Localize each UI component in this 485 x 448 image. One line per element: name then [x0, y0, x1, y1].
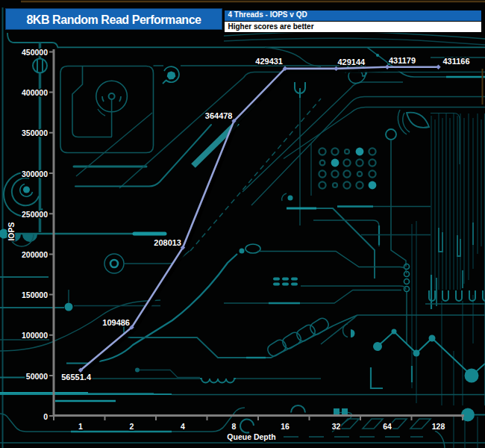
svg-text:250000: 250000 — [22, 210, 48, 219]
svg-text:16: 16 — [281, 422, 290, 431]
svg-text:109486: 109486 — [102, 318, 130, 327]
svg-text:431179: 431179 — [389, 56, 416, 65]
svg-text:350000: 350000 — [22, 128, 48, 137]
svg-text:429431: 429431 — [255, 57, 283, 66]
svg-text:400000: 400000 — [22, 88, 48, 97]
svg-text:364478: 364478 — [205, 111, 233, 120]
svg-text:431166: 431166 — [443, 57, 470, 66]
svg-text:300000: 300000 — [22, 169, 48, 178]
svg-text:50000: 50000 — [26, 372, 48, 381]
svg-text:64: 64 — [383, 422, 392, 431]
svg-text:8: 8 — [232, 422, 237, 431]
svg-text:56551.4: 56551.4 — [61, 373, 92, 382]
svg-text:Queue Depth: Queue Depth — [227, 432, 275, 441]
svg-text:100000: 100000 — [22, 331, 48, 340]
svg-text:128: 128 — [432, 422, 445, 431]
svg-text:32: 32 — [332, 422, 341, 431]
svg-text:2: 2 — [130, 422, 134, 431]
svg-text:200000: 200000 — [22, 250, 48, 259]
svg-text:208013: 208013 — [154, 238, 181, 247]
svg-text:450000: 450000 — [22, 48, 48, 57]
svg-text:0: 0 — [43, 412, 48, 421]
svg-text:1: 1 — [78, 422, 83, 431]
svg-text:429144: 429144 — [338, 57, 366, 66]
svg-text:150000: 150000 — [22, 290, 48, 299]
svg-text:IOPS: IOPS — [7, 222, 16, 240]
svg-text:4: 4 — [181, 422, 185, 431]
